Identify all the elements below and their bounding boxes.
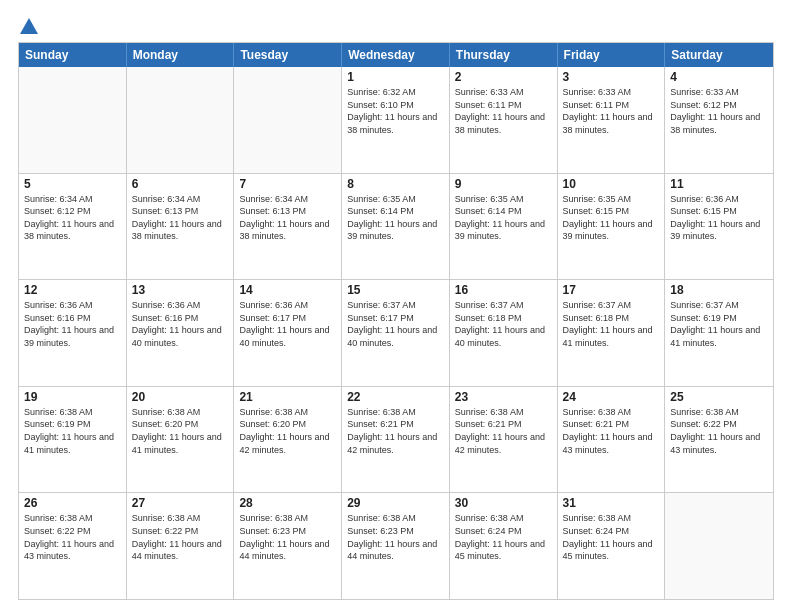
calendar-header-cell: Sunday xyxy=(19,43,127,67)
day-number: 17 xyxy=(563,283,660,297)
calendar-header-cell: Wednesday xyxy=(342,43,450,67)
day-number: 28 xyxy=(239,496,336,510)
day-number: 21 xyxy=(239,390,336,404)
day-info: Sunrise: 6:38 AM Sunset: 6:21 PM Dayligh… xyxy=(455,406,552,456)
calendar-cell: 14Sunrise: 6:36 AM Sunset: 6:17 PM Dayli… xyxy=(234,280,342,386)
calendar-cell xyxy=(665,493,773,599)
day-number: 27 xyxy=(132,496,229,510)
day-number: 15 xyxy=(347,283,444,297)
calendar-header-cell: Friday xyxy=(558,43,666,67)
calendar-cell: 25Sunrise: 6:38 AM Sunset: 6:22 PM Dayli… xyxy=(665,387,773,493)
day-info: Sunrise: 6:33 AM Sunset: 6:11 PM Dayligh… xyxy=(455,86,552,136)
day-number: 9 xyxy=(455,177,552,191)
day-number: 31 xyxy=(563,496,660,510)
calendar-cell: 20Sunrise: 6:38 AM Sunset: 6:20 PM Dayli… xyxy=(127,387,235,493)
calendar-cell: 5Sunrise: 6:34 AM Sunset: 6:12 PM Daylig… xyxy=(19,174,127,280)
calendar-body: 1Sunrise: 6:32 AM Sunset: 6:10 PM Daylig… xyxy=(19,67,773,599)
day-info: Sunrise: 6:38 AM Sunset: 6:22 PM Dayligh… xyxy=(132,512,229,562)
day-info: Sunrise: 6:34 AM Sunset: 6:12 PM Dayligh… xyxy=(24,193,121,243)
calendar-header-cell: Tuesday xyxy=(234,43,342,67)
day-info: Sunrise: 6:32 AM Sunset: 6:10 PM Dayligh… xyxy=(347,86,444,136)
day-info: Sunrise: 6:36 AM Sunset: 6:15 PM Dayligh… xyxy=(670,193,768,243)
day-number: 23 xyxy=(455,390,552,404)
calendar-cell: 29Sunrise: 6:38 AM Sunset: 6:23 PM Dayli… xyxy=(342,493,450,599)
day-number: 30 xyxy=(455,496,552,510)
calendar-cell: 1Sunrise: 6:32 AM Sunset: 6:10 PM Daylig… xyxy=(342,67,450,173)
day-number: 1 xyxy=(347,70,444,84)
calendar-cell xyxy=(19,67,127,173)
calendar-cell: 22Sunrise: 6:38 AM Sunset: 6:21 PM Dayli… xyxy=(342,387,450,493)
calendar-cell: 11Sunrise: 6:36 AM Sunset: 6:15 PM Dayli… xyxy=(665,174,773,280)
calendar-header-cell: Monday xyxy=(127,43,235,67)
day-number: 7 xyxy=(239,177,336,191)
day-number: 24 xyxy=(563,390,660,404)
calendar-cell: 30Sunrise: 6:38 AM Sunset: 6:24 PM Dayli… xyxy=(450,493,558,599)
calendar-cell: 23Sunrise: 6:38 AM Sunset: 6:21 PM Dayli… xyxy=(450,387,558,493)
calendar-cell xyxy=(127,67,235,173)
day-number: 8 xyxy=(347,177,444,191)
day-info: Sunrise: 6:38 AM Sunset: 6:24 PM Dayligh… xyxy=(455,512,552,562)
day-number: 26 xyxy=(24,496,121,510)
calendar-cell: 6Sunrise: 6:34 AM Sunset: 6:13 PM Daylig… xyxy=(127,174,235,280)
calendar-cell: 10Sunrise: 6:35 AM Sunset: 6:15 PM Dayli… xyxy=(558,174,666,280)
day-info: Sunrise: 6:36 AM Sunset: 6:17 PM Dayligh… xyxy=(239,299,336,349)
day-number: 20 xyxy=(132,390,229,404)
calendar-cell: 13Sunrise: 6:36 AM Sunset: 6:16 PM Dayli… xyxy=(127,280,235,386)
calendar: SundayMondayTuesdayWednesdayThursdayFrid… xyxy=(18,42,774,600)
calendar-cell: 3Sunrise: 6:33 AM Sunset: 6:11 PM Daylig… xyxy=(558,67,666,173)
day-number: 29 xyxy=(347,496,444,510)
day-info: Sunrise: 6:37 AM Sunset: 6:18 PM Dayligh… xyxy=(563,299,660,349)
calendar-row: 5Sunrise: 6:34 AM Sunset: 6:12 PM Daylig… xyxy=(19,173,773,280)
day-info: Sunrise: 6:36 AM Sunset: 6:16 PM Dayligh… xyxy=(132,299,229,349)
day-number: 12 xyxy=(24,283,121,297)
calendar-row: 19Sunrise: 6:38 AM Sunset: 6:19 PM Dayli… xyxy=(19,386,773,493)
day-info: Sunrise: 6:37 AM Sunset: 6:17 PM Dayligh… xyxy=(347,299,444,349)
day-number: 16 xyxy=(455,283,552,297)
day-info: Sunrise: 6:38 AM Sunset: 6:21 PM Dayligh… xyxy=(347,406,444,456)
calendar-cell: 21Sunrise: 6:38 AM Sunset: 6:20 PM Dayli… xyxy=(234,387,342,493)
calendar-cell: 31Sunrise: 6:38 AM Sunset: 6:24 PM Dayli… xyxy=(558,493,666,599)
day-number: 2 xyxy=(455,70,552,84)
calendar-cell: 19Sunrise: 6:38 AM Sunset: 6:19 PM Dayli… xyxy=(19,387,127,493)
calendar-cell xyxy=(234,67,342,173)
calendar-header-cell: Saturday xyxy=(665,43,773,67)
day-info: Sunrise: 6:34 AM Sunset: 6:13 PM Dayligh… xyxy=(239,193,336,243)
day-number: 6 xyxy=(132,177,229,191)
day-info: Sunrise: 6:38 AM Sunset: 6:24 PM Dayligh… xyxy=(563,512,660,562)
calendar-row: 26Sunrise: 6:38 AM Sunset: 6:22 PM Dayli… xyxy=(19,492,773,599)
calendar-cell: 16Sunrise: 6:37 AM Sunset: 6:18 PM Dayli… xyxy=(450,280,558,386)
day-info: Sunrise: 6:35 AM Sunset: 6:15 PM Dayligh… xyxy=(563,193,660,243)
day-number: 10 xyxy=(563,177,660,191)
day-info: Sunrise: 6:38 AM Sunset: 6:20 PM Dayligh… xyxy=(132,406,229,456)
day-info: Sunrise: 6:38 AM Sunset: 6:23 PM Dayligh… xyxy=(347,512,444,562)
day-info: Sunrise: 6:36 AM Sunset: 6:16 PM Dayligh… xyxy=(24,299,121,349)
day-number: 11 xyxy=(670,177,768,191)
day-info: Sunrise: 6:38 AM Sunset: 6:22 PM Dayligh… xyxy=(24,512,121,562)
calendar-cell: 24Sunrise: 6:38 AM Sunset: 6:21 PM Dayli… xyxy=(558,387,666,493)
calendar-header-cell: Thursday xyxy=(450,43,558,67)
calendar-header: SundayMondayTuesdayWednesdayThursdayFrid… xyxy=(19,43,773,67)
day-info: Sunrise: 6:35 AM Sunset: 6:14 PM Dayligh… xyxy=(347,193,444,243)
calendar-cell: 8Sunrise: 6:35 AM Sunset: 6:14 PM Daylig… xyxy=(342,174,450,280)
day-number: 13 xyxy=(132,283,229,297)
calendar-cell: 18Sunrise: 6:37 AM Sunset: 6:19 PM Dayli… xyxy=(665,280,773,386)
day-info: Sunrise: 6:37 AM Sunset: 6:18 PM Dayligh… xyxy=(455,299,552,349)
calendar-cell: 27Sunrise: 6:38 AM Sunset: 6:22 PM Dayli… xyxy=(127,493,235,599)
calendar-cell: 12Sunrise: 6:36 AM Sunset: 6:16 PM Dayli… xyxy=(19,280,127,386)
day-info: Sunrise: 6:38 AM Sunset: 6:19 PM Dayligh… xyxy=(24,406,121,456)
day-number: 14 xyxy=(239,283,336,297)
calendar-cell: 15Sunrise: 6:37 AM Sunset: 6:17 PM Dayli… xyxy=(342,280,450,386)
page: SundayMondayTuesdayWednesdayThursdayFrid… xyxy=(0,0,792,612)
day-info: Sunrise: 6:38 AM Sunset: 6:20 PM Dayligh… xyxy=(239,406,336,456)
day-info: Sunrise: 6:38 AM Sunset: 6:21 PM Dayligh… xyxy=(563,406,660,456)
day-info: Sunrise: 6:35 AM Sunset: 6:14 PM Dayligh… xyxy=(455,193,552,243)
calendar-cell: 28Sunrise: 6:38 AM Sunset: 6:23 PM Dayli… xyxy=(234,493,342,599)
calendar-cell: 17Sunrise: 6:37 AM Sunset: 6:18 PM Dayli… xyxy=(558,280,666,386)
day-number: 5 xyxy=(24,177,121,191)
day-info: Sunrise: 6:37 AM Sunset: 6:19 PM Dayligh… xyxy=(670,299,768,349)
day-info: Sunrise: 6:38 AM Sunset: 6:22 PM Dayligh… xyxy=(670,406,768,456)
logo-triangle-icon xyxy=(20,18,38,34)
day-number: 25 xyxy=(670,390,768,404)
day-info: Sunrise: 6:33 AM Sunset: 6:11 PM Dayligh… xyxy=(563,86,660,136)
logo xyxy=(18,18,38,32)
